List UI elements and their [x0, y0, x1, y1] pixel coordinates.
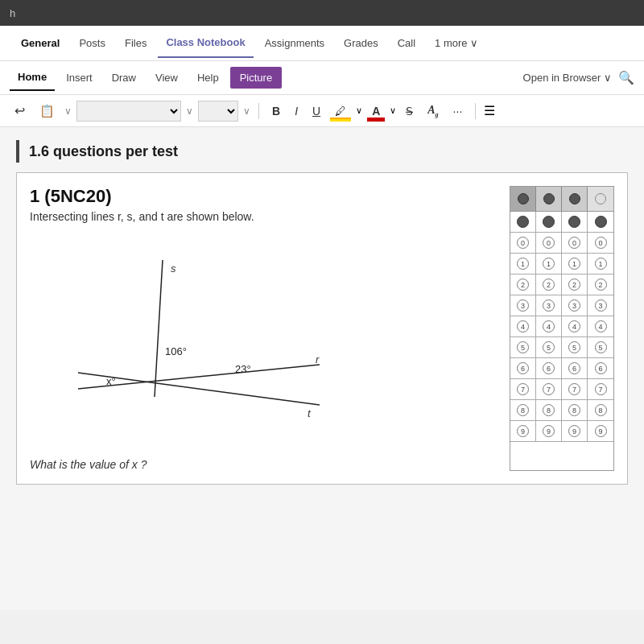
bubble-r3-c0[interactable]: 2 [517, 279, 529, 291]
answer-grid-header [510, 187, 613, 212]
font-size-selector[interactable] [198, 101, 238, 122]
search-icon[interactable]: 🔍 [618, 70, 634, 85]
bubble-r6-c3[interactable]: 5 [595, 341, 607, 353]
nav-call[interactable]: Call [390, 29, 423, 57]
bubble-r2-c2[interactable]: 1 [568, 258, 580, 270]
highlight-button[interactable]: 🖊 [330, 102, 351, 120]
bubble-r1-c3[interactable]: 0 [595, 237, 607, 249]
bubble-r2-c1[interactable]: 1 [543, 258, 555, 270]
bubble-row-2: 2222 [510, 275, 613, 295]
bubble-r7-c3[interactable]: 6 [595, 362, 607, 374]
color-chevron[interactable]: ∨ [390, 105, 396, 116]
bubble-r1-c2[interactable]: 0 [568, 237, 580, 249]
tab-home[interactable]: Home [10, 64, 55, 91]
bubble-r3-c1[interactable]: 2 [543, 279, 555, 291]
bubble-r0-c0[interactable] [517, 216, 529, 228]
tab-help[interactable]: Help [189, 65, 227, 90]
tab-picture[interactable]: Picture [230, 67, 282, 89]
tab-view[interactable]: View [147, 65, 186, 90]
bubble-r8-c2[interactable]: 7 [568, 383, 580, 395]
bubble-cell-row3-col1: 2 [536, 275, 562, 295]
bubble-r3-c2[interactable]: 2 [568, 279, 580, 291]
highlight-chevron[interactable]: ∨ [356, 105, 362, 116]
tab-insert[interactable]: Insert [58, 65, 101, 90]
font-chevron-icon[interactable]: ∨ [186, 105, 193, 117]
nav-files[interactable]: Files [117, 29, 155, 57]
font-color-button[interactable]: A [367, 102, 385, 120]
nav-general[interactable]: General [13, 29, 68, 57]
size-chevron-icon[interactable]: ∨ [243, 105, 250, 117]
bubble-r5-c1[interactable]: 4 [543, 320, 555, 332]
svg-line-0 [155, 260, 163, 397]
bubble-r2-c3[interactable]: 1 [595, 258, 607, 270]
grid-header-3 [562, 187, 588, 211]
clipboard-button[interactable]: 📋 [35, 101, 60, 121]
bubble-r5-c0[interactable]: 4 [517, 320, 529, 332]
bubble-r2-c0[interactable]: 1 [517, 258, 529, 270]
bubble-r7-c0[interactable]: 6 [517, 362, 529, 374]
bubble-r8-c1[interactable]: 7 [543, 383, 555, 395]
grid-header-2 [536, 187, 562, 211]
bubble-r7-c1[interactable]: 6 [543, 362, 555, 374]
bubble-r9-c1[interactable]: 8 [543, 404, 555, 416]
bubble-r8-c0[interactable]: 7 [517, 383, 529, 395]
bubble-r9-c0[interactable]: 8 [517, 404, 529, 416]
bubble-cell-row6-col3: 5 [588, 337, 613, 358]
teams-navigation: General Posts Files Class Notebook Assig… [0, 26, 644, 61]
bubble-r10-c1[interactable]: 9 [543, 425, 555, 437]
bubble-row-7: 7777 [510, 379, 613, 400]
nav-assignments[interactable]: Assignments [257, 29, 332, 57]
bubble-r4-c1[interactable]: 3 [543, 299, 555, 312]
bubble-r8-c3[interactable]: 7 [595, 383, 607, 395]
bubble-r7-c2[interactable]: 6 [568, 362, 580, 374]
nav-more[interactable]: 1 more ∨ [427, 29, 486, 57]
bubble-cell-row0-col3 [588, 212, 613, 233]
underline-button[interactable]: U [308, 102, 325, 120]
bubble-cell-row5-col1: 4 [536, 316, 562, 337]
bubble-row-0: 0000 [510, 233, 613, 254]
bubble-r4-c3[interactable]: 3 [595, 299, 607, 312]
strikethrough-button[interactable]: S̶ [401, 102, 418, 120]
italic-button[interactable]: I [290, 102, 303, 120]
bubble-r10-c3[interactable]: 9 [595, 425, 607, 437]
bubble-r1-c1[interactable]: 0 [543, 237, 555, 249]
bubble-r3-c3[interactable]: 2 [595, 279, 607, 291]
bubble-r10-c0[interactable]: 9 [517, 425, 529, 437]
font-family-selector[interactable] [76, 101, 181, 122]
nav-grades[interactable]: Grades [336, 29, 386, 57]
bubble-r1-c0[interactable]: 0 [517, 237, 529, 249]
chevron-down-icon[interactable]: ∨ [64, 105, 72, 117]
question-card: 1 (5NC20) Intersecting lines r, s, and t… [16, 172, 628, 485]
tab-draw[interactable]: Draw [104, 65, 144, 90]
bubble-r6-c2[interactable]: 5 [568, 341, 580, 353]
answer-bubble-grid: 0000111122223333444455556666777788889999 [510, 186, 614, 471]
bubble-r6-c1[interactable]: 5 [543, 341, 555, 353]
bubble-r5-c3[interactable]: 4 [595, 320, 607, 332]
bubble-r9-c3[interactable]: 8 [595, 404, 607, 416]
bubble-cell-row10-col1: 9 [536, 421, 562, 442]
grid-header-1 [510, 187, 536, 211]
bubble-cell-row8-col2: 7 [562, 379, 588, 400]
bubble-r0-c3[interactable] [595, 216, 607, 228]
open-in-browser-button[interactable]: Open in Browser ∨ [523, 72, 612, 84]
font-style-button[interactable]: Ag [423, 101, 443, 121]
bubble-digit-rows: 0000111122223333444455556666777788889999 [510, 212, 613, 442]
bubble-cell-row7-col2: 6 [562, 358, 588, 379]
bold-button[interactable]: B [267, 102, 285, 120]
bubble-row-4: 4444 [510, 316, 613, 337]
header-bubble-3 [569, 193, 580, 204]
bubble-r0-c1[interactable] [543, 216, 555, 228]
more-format-button[interactable]: ··· [448, 102, 468, 120]
bubble-r10-c2[interactable]: 9 [568, 425, 580, 437]
bubble-r0-c2[interactable] [568, 216, 580, 228]
bubble-r4-c0[interactable]: 3 [517, 299, 529, 312]
bubble-r5-c2[interactable]: 4 [568, 320, 580, 332]
bubble-r9-c2[interactable]: 8 [568, 404, 580, 416]
bubble-r4-c2[interactable]: 3 [568, 299, 580, 312]
nav-posts[interactable]: Posts [71, 29, 114, 57]
nav-class-notebook[interactable]: Class Notebook [158, 28, 253, 58]
section-indicator [16, 140, 19, 163]
bubble-r6-c0[interactable]: 5 [517, 341, 529, 353]
undo-button[interactable]: ↩ [10, 101, 30, 121]
right-toolbar-icon[interactable]: ☰ [484, 103, 495, 118]
